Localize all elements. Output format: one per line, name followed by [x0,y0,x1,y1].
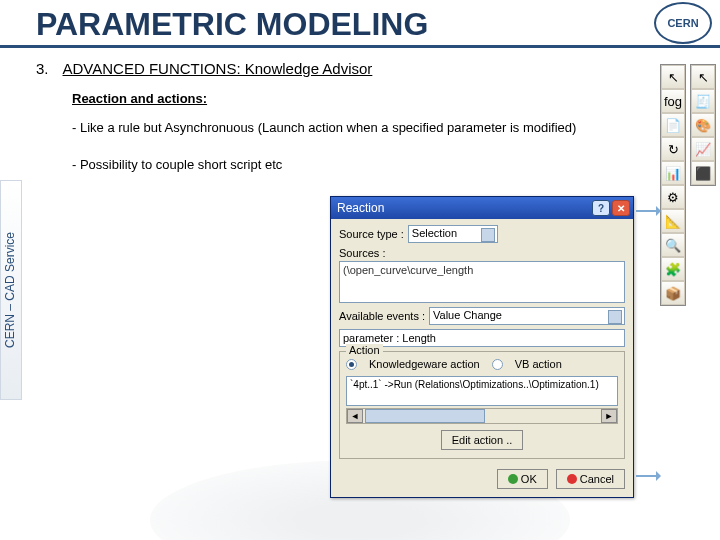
available-events-select[interactable]: Value Change [429,307,625,325]
tool-rule-icon[interactable]: 📄 [661,113,685,137]
tool-reaction-icon[interactable]: ↻ [661,137,685,161]
content-area: 3. ADVANCED FUNCTIONS: Knowledge Advisor… [0,48,720,172]
tool2-action-icon[interactable]: ⬛ [691,161,715,185]
side-label: CERN – CAD Service [0,180,22,400]
action-group-label: Action [346,344,383,356]
tool2-check-icon[interactable]: 🧾 [691,89,715,113]
sources-label: Sources : [339,247,625,259]
dialog-titlebar[interactable]: Reaction ? ✕ [331,197,633,219]
section-number: 3. [36,60,49,77]
ok-button[interactable]: OK [497,469,548,489]
tool-design-table-icon[interactable]: 📊 [661,161,685,185]
help-button[interactable]: ? [592,200,610,216]
action-group: Action Knowledgeware action VB action `4… [339,351,625,459]
bullet-2: - Possibility to couple short script etc [72,157,632,172]
edit-action-button[interactable]: Edit action .. [441,430,524,450]
bullet-1: - Like a rule but Asynchronuous (Launch … [72,120,632,135]
cancel-button[interactable]: Cancel [556,469,625,489]
slide-header: PARAMETRIC MODELING CERN [0,0,720,48]
sources-listbox[interactable]: (\open_curve\curve_length [339,261,625,303]
section-title: ADVANCED FUNCTIONS: Knowledge Advisor [63,60,373,77]
reaction-dialog: Reaction ? ✕ Source type : Selection Sou… [330,196,634,498]
tool2-law-icon[interactable]: 📈 [691,137,715,161]
scroll-left-icon[interactable]: ◄ [347,409,363,423]
scroll-thumb[interactable] [365,409,485,423]
tool-inspect-icon[interactable]: 🔍 [661,233,685,257]
content-subhead: Reaction and actions: [72,91,720,106]
tool2-pointer-icon[interactable]: ↖ [691,65,715,89]
script-textarea[interactable]: `4pt..1` ->Run (Relations\Optimizations.… [346,376,618,406]
radio-kw-action[interactable] [346,359,357,370]
tool-template-icon[interactable]: 🧩 [661,257,685,281]
radio-kw-label: Knowledgeware action [369,358,480,370]
tool2-set-icon[interactable]: 🎨 [691,113,715,137]
radio-vb-action[interactable] [492,359,503,370]
dialog-title: Reaction [337,201,384,215]
toolbar-knowledge: ↖ fog 📄 ↻ 📊 ⚙ 📐 🔍 🧩 📦 [660,64,686,306]
radio-vb-label: VB action [515,358,562,370]
arrow-link-top [636,210,660,212]
tool-catalog-icon[interactable]: 📦 [661,281,685,305]
page-title: PARAMETRIC MODELING [36,6,720,43]
tool-formula-icon[interactable]: fog [661,89,685,113]
scroll-right-icon[interactable]: ► [601,409,617,423]
tool-pointer-icon[interactable]: ↖ [661,65,685,89]
scrollbar-horizontal[interactable]: ◄ ► [346,408,618,424]
toolbar-secondary: ↖ 🧾 🎨 📈 ⬛ [690,64,716,186]
available-events-label: Available events : [339,310,425,322]
ok-icon [508,474,518,484]
cern-logo-icon: CERN [654,2,712,44]
source-type-label: Source type : [339,228,404,240]
source-type-select[interactable]: Selection [408,225,498,243]
arrow-link-bottom [636,475,660,477]
close-button[interactable]: ✕ [612,200,630,216]
cancel-icon [567,474,577,484]
